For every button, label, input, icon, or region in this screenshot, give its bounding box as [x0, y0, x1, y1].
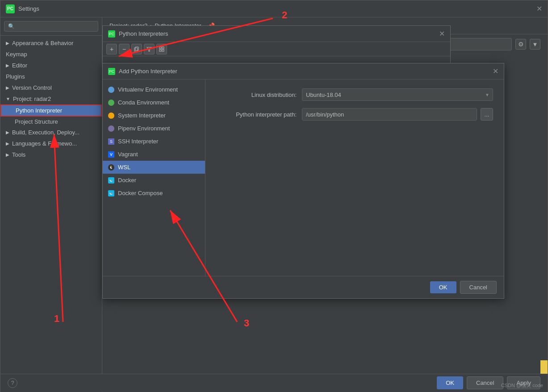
copy-icon [134, 46, 139, 52]
interp-system-label: System Interpreter [118, 112, 166, 119]
sidebar: ▶ Appearance & Behavior Keymap ▶ Editor … [0, 17, 102, 392]
interpreters-panel-close[interactable]: ✕ [439, 29, 445, 38]
copy-interpreter-button[interactable] [131, 44, 142, 54]
svg-rect-6 [162, 50, 164, 51]
help-button[interactable]: ? [8, 378, 17, 388]
interp-vagrant[interactable]: V Vagrant [103, 148, 205, 161]
config-panel: Linux distribution: Ubuntu-18.04 Python … [205, 79, 504, 276]
sidebar-item-project-structure-label: Project Structure [15, 118, 58, 125]
ssh-icon: S [108, 138, 114, 145]
interp-docker-label: Docker [118, 177, 136, 183]
interp-vagrant-label: Vagrant [118, 151, 138, 158]
system-icon [108, 113, 114, 119]
interpreters-panel-title: Python Interpreters [119, 30, 168, 37]
sidebar-item-python-interpreter-label: Python Interpreter [16, 107, 62, 114]
settings-cancel-button[interactable]: Cancel [467, 376, 503, 389]
sidebar-item-plugins[interactable]: Plugins [0, 71, 102, 82]
interpreters-panel-header: PC Python Interpreters ✕ [103, 26, 450, 42]
sidebar-item-tools-label: Tools [12, 151, 25, 158]
sidebar-item-languages[interactable]: ▶ Languages & Framewo... [0, 138, 102, 149]
title-bar: PC Settings ✕ [0, 0, 548, 17]
dialog-ok-button[interactable]: OK [430, 281, 456, 293]
interp-system[interactable]: System Interpreter [103, 109, 205, 122]
svg-rect-4 [162, 47, 164, 49]
yellow-accent-bar [540, 360, 548, 374]
sidebar-item-editor-label: Editor [12, 62, 27, 69]
interp-docker-compose-label: Docker Compose [118, 190, 163, 196]
interp-pipenv-label: Pipenv Environment [118, 125, 170, 132]
sidebar-item-build[interactable]: ▶ Build, Execution, Deploy... [0, 127, 102, 138]
linux-distro-select[interactable]: Ubuntu-18.04 [302, 88, 493, 101]
add-interpreter-dialog: PC Add Python Interpreter ✕ Virtualenv E… [102, 63, 504, 299]
interpreters-toolbar: + − [103, 42, 450, 56]
interp-wsl[interactable]: 🐧 WSL [103, 161, 205, 174]
docker-compose-icon: 🐋 [108, 190, 114, 196]
tools-arrow: ▶ [6, 152, 9, 157]
settings-gear-button[interactable]: ⚙ [515, 39, 526, 50]
sidebar-item-keymap[interactable]: Keymap [0, 49, 102, 60]
interp-pipenv[interactable]: Pipenv Environment [103, 122, 205, 135]
interp-docker[interactable]: 🐋 Docker [103, 174, 205, 187]
appearance-arrow: ▶ [6, 41, 9, 46]
linux-distro-row: Linux distribution: Ubuntu-18.04 [216, 88, 493, 101]
sidebar-item-appearance-label: Appearance & Behavior [12, 40, 73, 46]
vc-arrow: ▶ [6, 85, 9, 90]
python-path-row: Python interpreter path: ... [216, 108, 493, 121]
interp-ssh[interactable]: S SSH Interpreter [103, 135, 205, 148]
sidebar-content: ▶ Appearance & Behavior Keymap ▶ Editor … [0, 36, 102, 392]
settings-ok-button[interactable]: OK [437, 376, 463, 389]
sidebar-item-languages-label: Languages & Framewo... [12, 140, 77, 147]
sidebar-item-tools[interactable]: ▶ Tools [0, 149, 102, 160]
vagrant-icon: V [108, 151, 114, 158]
window-title: Settings [18, 5, 39, 12]
interp-wsl-label: WSL [118, 164, 130, 171]
conda-icon [108, 100, 114, 106]
dialog-title: Add Python Interpreter [119, 68, 177, 75]
sidebar-item-version-control[interactable]: ▶ Version Control [0, 82, 102, 93]
search-bar [0, 17, 102, 36]
svg-rect-3 [159, 47, 161, 49]
watermark: CSDN @指尖 code [501, 382, 543, 389]
build-arrow: ▶ [6, 130, 9, 135]
remove-interpreter-button[interactable]: − [119, 44, 130, 54]
filter-icon [146, 46, 152, 52]
interp-conda[interactable]: Conda Environment [103, 96, 205, 109]
expand-button[interactable]: ▼ [530, 39, 540, 50]
sidebar-item-python-interpreter[interactable]: Python Interpreter [0, 104, 102, 117]
svg-rect-0 [134, 48, 138, 51]
window-close-button[interactable]: ✕ [536, 4, 542, 13]
sidebar-item-build-label: Build, Execution, Deploy... [12, 129, 79, 136]
search-input[interactable] [4, 21, 98, 32]
sidebar-item-appearance[interactable]: ▶ Appearance & Behavior [0, 38, 102, 49]
svg-rect-1 [135, 47, 138, 50]
settings-footer: ? OK Cancel Apply [0, 374, 548, 392]
python-path-input[interactable] [302, 108, 477, 121]
python-path-label: Python interpreter path: [216, 111, 297, 118]
python-path-input-row: ... [302, 108, 493, 121]
linux-distro-select-wrapper: Ubuntu-18.04 [302, 88, 493, 101]
interp-docker-compose[interactable]: 🐋 Docker Compose [103, 187, 205, 200]
interpreters-panel-icon: PC [108, 30, 115, 38]
add-interpreter-button[interactable]: + [106, 44, 117, 54]
dialog-close-button[interactable]: ✕ [493, 67, 498, 75]
docker-icon: 🐋 [108, 177, 114, 183]
settings-window: PC Settings ✕ ▶ Appearance & Behavior Ke… [0, 0, 548, 392]
filter-button[interactable] [144, 44, 155, 54]
editor-arrow: ▶ [6, 63, 9, 68]
app-icon: PC [6, 4, 15, 13]
browse-button[interactable]: ... [481, 108, 493, 121]
sidebar-item-project-structure[interactable]: Project Structure [0, 117, 102, 127]
dialog-cancel-button[interactable]: Cancel [460, 281, 497, 294]
interp-virtualenv[interactable]: Virtualenv Environment [103, 83, 205, 96]
sidebar-item-plugins-label: Plugins [6, 73, 25, 80]
move-button[interactable] [156, 44, 167, 54]
dialog-body: Virtualenv Environment Conda Environment… [103, 79, 504, 276]
dialog-header: PC Add Python Interpreter ✕ [103, 63, 504, 79]
sidebar-item-editor[interactable]: ▶ Editor [0, 60, 102, 71]
pipenv-icon [108, 125, 114, 132]
svg-marker-2 [147, 47, 151, 51]
interp-ssh-label: SSH Interpreter [118, 138, 158, 145]
virtualenv-icon [108, 87, 114, 93]
project-arrow: ▼ [6, 96, 10, 101]
sidebar-item-project[interactable]: ▼ Project: radar2 [0, 93, 102, 104]
